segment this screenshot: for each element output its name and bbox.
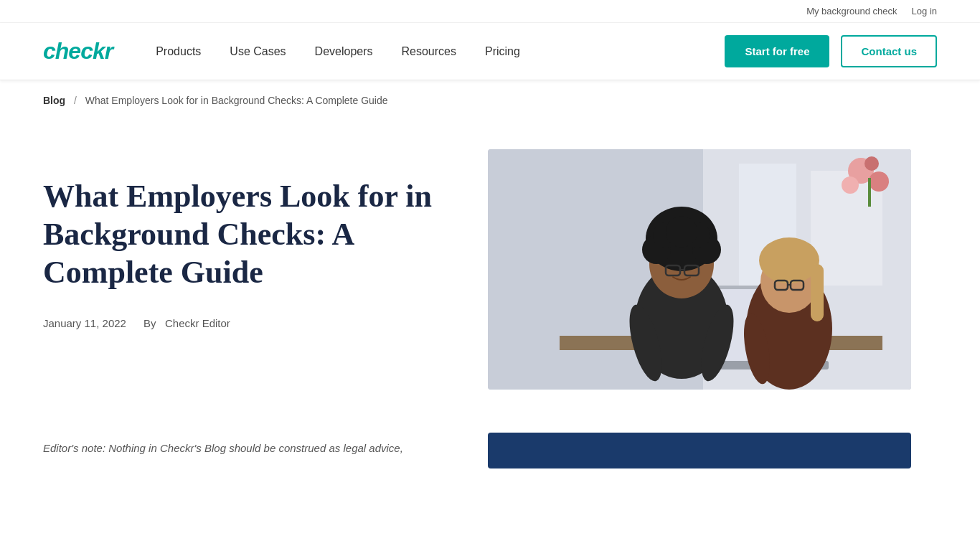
author-prefix: By xyxy=(143,317,156,329)
main-content: What Employers Look for in Background Ch… xyxy=(0,121,980,433)
article-author: By Checkr Editor xyxy=(143,317,230,329)
nav-item-pricing[interactable]: Pricing xyxy=(485,45,520,58)
breadcrumb-current: What Employers Look for in Background Ch… xyxy=(85,95,388,106)
article-title: What Employers Look for in Background Ch… xyxy=(43,178,445,291)
nav-item-resources[interactable]: Resources xyxy=(402,45,456,58)
my-background-check-link[interactable]: My background check xyxy=(806,6,897,17)
svg-point-21 xyxy=(666,216,697,248)
article-date: January 11, 2022 xyxy=(43,317,126,329)
log-in-link[interactable]: Log in xyxy=(912,6,937,17)
bottom-right xyxy=(488,433,911,468)
nav-item-use-cases[interactable]: Use Cases xyxy=(230,45,286,58)
svg-rect-31 xyxy=(811,264,824,321)
logo[interactable]: checkr xyxy=(43,38,113,65)
svg-point-7 xyxy=(864,156,879,171)
article-hero-image xyxy=(488,149,911,390)
svg-point-6 xyxy=(842,176,859,194)
bottom-left: Editor's note: Nothing in Checkr's Blog … xyxy=(43,442,445,468)
nav-item-developers[interactable]: Developers xyxy=(315,45,373,58)
author-name: Checkr Editor xyxy=(165,317,230,329)
editor-note: Editor's note: Nothing in Checkr's Blog … xyxy=(43,442,445,454)
breadcrumb-separator: / xyxy=(74,95,77,106)
top-bar: My background check Log in xyxy=(0,0,980,23)
article-meta: January 11, 2022 By Checkr Editor xyxy=(43,317,445,329)
start-for-free-button[interactable]: Start for free xyxy=(725,35,829,67)
header-actions: Start for free Contact us xyxy=(725,35,937,67)
breadcrumb: Blog / What Employers Look for in Backgr… xyxy=(0,80,980,121)
breadcrumb-home[interactable]: Blog xyxy=(43,95,65,106)
nav-item-products[interactable]: Products xyxy=(156,45,201,58)
svg-point-30 xyxy=(759,237,819,283)
article-left: What Employers Look for in Background Ch… xyxy=(43,149,445,329)
bottom-area: Editor's note: Nothing in Checkr's Blog … xyxy=(0,433,980,490)
svg-point-5 xyxy=(869,171,889,192)
bottom-cta-button[interactable] xyxy=(488,433,911,468)
contact-us-button[interactable]: Contact us xyxy=(841,35,937,67)
svg-rect-8 xyxy=(868,178,871,207)
main-nav: Products Use Cases Developers Resources … xyxy=(156,45,725,58)
site-header: checkr Products Use Cases Developers Res… xyxy=(0,23,980,80)
